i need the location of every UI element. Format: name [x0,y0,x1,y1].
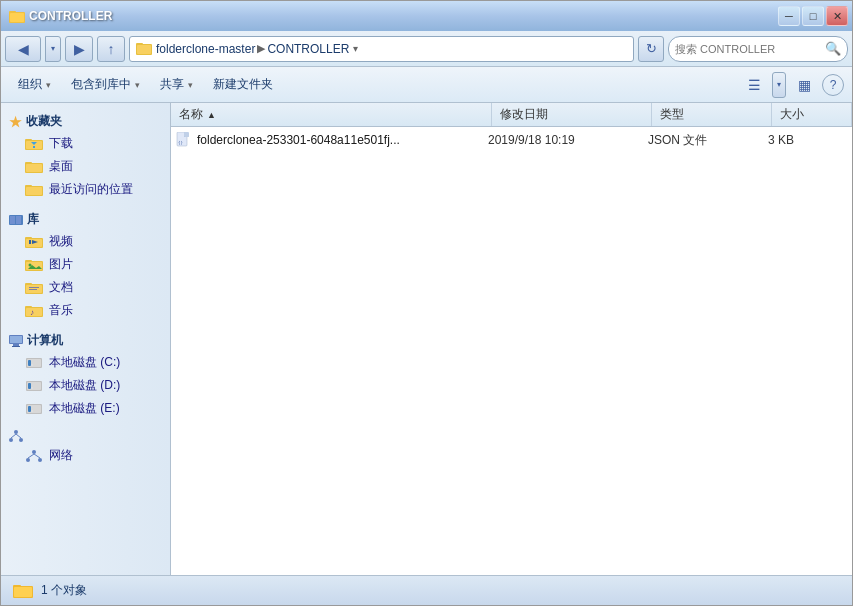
computer-icon [9,335,23,347]
sidebar-item-music[interactable]: ♪ 音乐 [1,299,170,322]
json-file-icon: {} [175,132,191,148]
favorites-label: 收藏夹 [26,113,62,130]
organize-button[interactable]: 组织 ▾ [9,71,60,99]
new-folder-label: 新建文件夹 [213,76,273,93]
address-path[interactable]: folderclone-master ▶ CONTROLLER ▾ [129,36,634,62]
path-segment-2-text: CONTROLLER [267,42,349,56]
sidebar-header-library: 库 [1,205,170,230]
svg-rect-53 [28,406,31,412]
desktop-icon [25,160,43,174]
col-size-label: 大小 [780,106,804,123]
sidebar-header-network [1,424,170,444]
svg-text:{}: {} [178,140,183,145]
include-library-button[interactable]: 包含到库中 ▾ [62,71,149,99]
svg-line-64 [34,454,40,458]
search-box[interactable]: 🔍 [668,36,848,62]
sidebar-item-image-label: 图片 [49,256,73,273]
view-toggle-button[interactable]: ☰ [740,71,768,99]
back-dropdown-button[interactable]: ▾ [45,36,61,62]
file-cell-name: {} folderclonea-253301-6048a11e501fj... [175,132,488,148]
sidebar-section-library: 库 视频 [1,205,170,322]
svg-rect-45 [28,360,31,366]
path-segment-1-text: folderclone-master [156,42,255,56]
svg-rect-13 [26,164,42,172]
sidebar-item-video[interactable]: 视频 [1,230,170,253]
sidebar-item-video-label: 视频 [49,233,73,250]
sidebar-item-recent-label: 最近访问的位置 [49,181,133,198]
sidebar-item-image[interactable]: 图片 [1,253,170,276]
search-input[interactable] [675,43,821,55]
svg-rect-41 [13,344,19,346]
document-icon [25,281,43,295]
close-button[interactable]: ✕ [826,6,848,26]
help-icon: ? [830,78,837,92]
sidebar-item-desktop[interactable]: 桌面 [1,155,170,178]
sidebar-item-drive-c-label: 本地磁盘 (C:) [49,354,120,371]
svg-rect-5 [137,45,151,54]
svg-point-57 [19,438,23,442]
svg-line-63 [28,454,34,458]
sidebar-item-drive-c[interactable]: 本地磁盘 (C:) [1,351,170,374]
file-list-header: 名称 ▲ 修改日期 类型 大小 [171,103,852,127]
sidebar-section-favorites: ★ 收藏夹 下载 [1,107,170,201]
sidebar-item-desktop-label: 桌面 [49,158,73,175]
path-segment-1: folderclone-master ▶ CONTROLLER [156,42,349,56]
file-list: {} folderclonea-253301-6048a11e501fj... … [171,127,852,575]
svg-rect-2 [10,13,24,22]
share-button[interactable]: 共享 ▾ [151,71,202,99]
svg-rect-19 [16,216,21,224]
refresh-button[interactable]: ↻ [638,36,664,62]
view-dropdown-button[interactable]: ▾ [772,72,786,98]
svg-point-61 [26,458,30,462]
svg-rect-33 [29,287,39,288]
title-bar-left: CONTROLLER [9,8,112,24]
status-count: 1 个对象 [41,582,87,599]
window-icon [9,8,25,24]
col-header-size[interactable]: 大小 [772,103,852,126]
svg-rect-72 [14,587,32,597]
sidebar-header-favorites: ★ 收藏夹 [1,107,170,132]
share-dropdown-icon: ▾ [188,80,193,90]
forward-button[interactable]: ▶ [65,36,93,62]
library-icon [9,214,23,226]
table-row[interactable]: {} folderclonea-253301-6048a11e501fj... … [171,129,852,151]
path-separator: ▶ [257,42,265,55]
image-icon [25,258,43,272]
recent-icon [25,183,43,197]
minimize-button[interactable]: ─ [778,6,800,26]
svg-point-60 [32,450,36,454]
file-date: 2019/9/18 10:19 [488,133,575,147]
col-header-type[interactable]: 类型 [652,103,772,126]
svg-point-54 [31,410,33,412]
back-button[interactable]: ◀ [5,36,41,62]
up-button[interactable]: ↑ [97,36,125,62]
svg-text:♪: ♪ [30,308,34,317]
library-label: 库 [27,211,39,228]
search-icon[interactable]: 🔍 [825,41,841,56]
sidebar-item-recent[interactable]: 最近访问的位置 [1,178,170,201]
sidebar-item-drive-d[interactable]: 本地磁盘 (D:) [1,374,170,397]
help-button[interactable]: ? [822,74,844,96]
sidebar-item-network[interactable]: 网络 [1,444,170,467]
sidebar: ★ 收藏夹 下载 [1,103,171,575]
sidebar-section-computer: 计算机 本地磁盘 (C:) [1,326,170,420]
sidebar-item-drive-e[interactable]: 本地磁盘 (E:) [1,397,170,420]
col-header-name[interactable]: 名称 ▲ [171,103,492,126]
maximize-button[interactable]: □ [802,6,824,26]
file-cell-type: JSON 文件 [648,132,768,149]
status-folder-icon [13,581,33,601]
sort-indicator: ▲ [207,110,216,120]
organize-label: 组织 [18,76,42,93]
drive-e-icon [25,402,43,416]
file-size: 3 KB [768,133,794,147]
video-icon [25,235,43,249]
svg-point-62 [38,458,42,462]
file-area: 名称 ▲ 修改日期 类型 大小 [171,103,852,575]
sidebar-item-document[interactable]: 文档 [1,276,170,299]
file-type: JSON 文件 [648,132,707,149]
new-folder-button[interactable]: 新建文件夹 [204,71,282,99]
sidebar-item-download[interactable]: 下载 [1,132,170,155]
svg-rect-23 [29,240,31,244]
pane-button[interactable]: ▦ [790,71,818,99]
col-header-date[interactable]: 修改日期 [492,103,652,126]
